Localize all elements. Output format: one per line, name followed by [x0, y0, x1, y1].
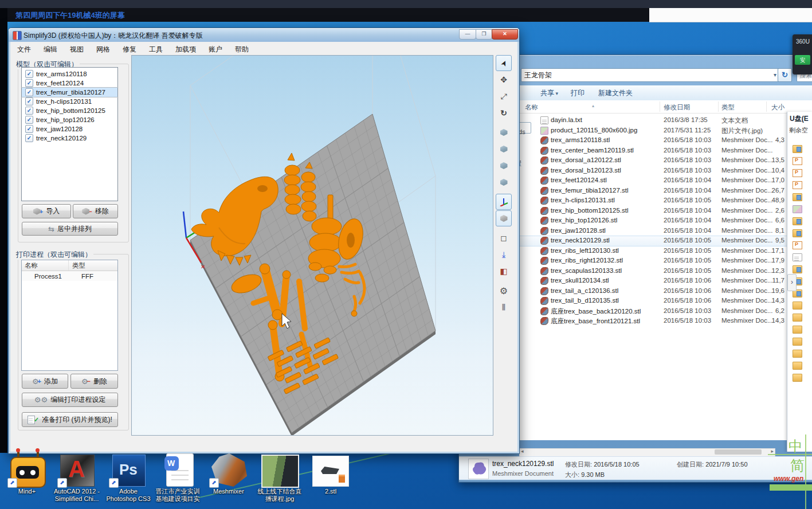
folder-open-icon[interactable]: [793, 265, 802, 273]
menu-工具[interactable]: 工具: [143, 45, 169, 54]
column-divider[interactable]: [766, 101, 767, 112]
file-row[interactable]: trex_femur_tibia120127.stl2016/5/18 10:0…: [519, 186, 788, 196]
desktop-icon-stl[interactable]: 2.stl: [305, 453, 356, 495]
file-row[interactable]: trex_skull120134.stl2016/5/18 10:06Meshm…: [519, 276, 788, 286]
place-on-surface-icon[interactable]: ⤓: [496, 246, 512, 263]
file-row[interactable]: 底座trex_base_front120121.stl2016/5/18 10:…: [519, 316, 788, 326]
checkbox-checked-icon[interactable]: ✓: [25, 79, 33, 87]
minimize-button[interactable]: —: [459, 29, 476, 40]
column-divider[interactable]: [660, 101, 660, 112]
menu-视图[interactable]: 视图: [64, 45, 90, 54]
model-list-item[interactable]: ✓trex_feet120124: [22, 79, 117, 88]
menu-账户[interactable]: 账户: [202, 45, 229, 54]
process-col-type[interactable]: 类型: [69, 261, 85, 270]
center-arrange-button[interactable]: ⇆ 居中并排列: [22, 222, 118, 236]
folder-icon[interactable]: [793, 362, 802, 370]
address-bar[interactable]: 王龙骨架: [521, 68, 779, 82]
model-list-item[interactable]: ✓trex_arms120118: [22, 69, 117, 79]
file-row[interactable]: trex_dorsal_a120122.stl2016/5/18 10:03Me…: [519, 156, 788, 166]
view-cube-right-icon[interactable]: [496, 174, 512, 190]
file-row[interactable]: trex_dorsal_b120123.stl2016/5/18 10:03Me…: [519, 166, 788, 176]
coordinate-axes-icon[interactable]: [496, 194, 512, 210]
prepare-print-button[interactable]: ✓ 准备打印 (切片并预览)!: [22, 412, 118, 427]
file-row[interactable]: trex_hip_top120126.stl2016/5/18 10:04Mes…: [519, 216, 788, 226]
popup-install-button[interactable]: 安: [795, 55, 810, 65]
ppt-file-icon[interactable]: [793, 181, 802, 189]
model-list-item[interactable]: ✓trex_neck120129: [22, 134, 117, 143]
folder-icon[interactable]: [793, 326, 802, 334]
file-row[interactable]: trex_center_beam120119.stl2016/5/18 10:0…: [519, 146, 788, 156]
image-file-icon-icon[interactable]: [793, 205, 802, 213]
folder-open-icon[interactable]: [793, 193, 802, 201]
checkbox-checked-icon[interactable]: ✓: [25, 70, 33, 78]
rotate-model-icon[interactable]: ↻: [496, 105, 512, 121]
model-list-item[interactable]: ✓trex_jaw120128: [22, 124, 117, 134]
close-button[interactable]: ✕: [492, 29, 518, 40]
column-name[interactable]: 名称: [525, 103, 538, 112]
file-row[interactable]: dayin.la.txt2016/3/8 17:35文本文档: [519, 116, 788, 126]
desktop-icon-autocad[interactable]: AutoCAD 2012 - Simplified Chi...: [52, 453, 102, 503]
checkbox-checked-icon[interactable]: ✓: [25, 116, 33, 124]
expand-panel-button[interactable]: ›: [787, 274, 797, 291]
ppt-file-icon[interactable]: [793, 157, 802, 165]
file-row[interactable]: trex_ribs_right120132.stl2016/5/18 10:05…: [519, 256, 788, 266]
menu-修复[interactable]: 修复: [116, 45, 143, 54]
model-list-item[interactable]: ✓trex_hip_bottom120125: [22, 106, 117, 115]
machine-settings-icon[interactable]: ⚙: [496, 283, 512, 299]
remove-button[interactable]: − 移除: [73, 204, 118, 218]
checkbox-checked-icon[interactable]: ✓: [25, 134, 33, 142]
scale-model-icon[interactable]: ⤢: [496, 88, 512, 104]
menu-帮助[interactable]: 帮助: [229, 45, 255, 54]
folder-open-icon[interactable]: [793, 217, 802, 225]
desktop-icon-meshmixer[interactable]: Meshmixer: [203, 453, 254, 495]
column-divider[interactable]: [718, 101, 719, 112]
checkbox-checked-icon[interactable]: ✓: [25, 107, 33, 115]
add-process-button[interactable]: ⚙+ 添加: [22, 374, 68, 389]
scrollbar-thumb[interactable]: [715, 449, 762, 455]
view-cube-left-icon[interactable]: [496, 158, 512, 174]
simplify3d-title-bar[interactable]: Simplify3D (授权给中国人)by：晓龙汉化翻译 吾爱破解专版: [9, 28, 519, 42]
file-row[interactable]: trex_jaw120128.stl2016/5/18 10:04Meshmix…: [519, 226, 788, 236]
column-type[interactable]: 类型: [721, 103, 735, 112]
horizontal-scrollbar[interactable]: [519, 448, 775, 457]
ppt-file-icon[interactable]: [793, 241, 802, 249]
file-row[interactable]: trex_neck120129.stl2016/5/18 10:05Meshmi…: [519, 236, 788, 246]
menu-文件[interactable]: 文件: [11, 45, 37, 54]
process-col-name[interactable]: 名称: [22, 260, 69, 271]
process-row[interactable]: Process1 FFF: [22, 271, 117, 281]
ppt-file-icon[interactable]: [793, 169, 802, 177]
file-row[interactable]: trex_tail_a_c120136.stl2016/5/18 10:06Me…: [519, 287, 788, 296]
text-file-icon-icon[interactable]: [793, 253, 802, 261]
edit-process-button[interactable]: ⚙⚙ 编辑打印进程设定: [22, 393, 118, 407]
menu-加载项[interactable]: 加载项: [169, 45, 202, 54]
file-row[interactable]: trex_hip_bottom120125.stl2016/5/18 10:04…: [519, 206, 788, 216]
move-model-icon[interactable]: ✥: [496, 72, 512, 88]
delete-process-button[interactable]: ⚙− 删除: [70, 374, 118, 389]
desktop-icon-photoshop[interactable]: Adobe Photoshop CS3: [103, 453, 154, 503]
print-button[interactable]: 打印: [571, 88, 585, 98]
file-row[interactable]: product_120115_800x600.jpg2017/5/31 11:2…: [519, 126, 788, 136]
file-row[interactable]: trex_arms120118.stl2016/5/18 10:03Meshmi…: [519, 136, 788, 146]
viewport-3d[interactable]: ✕: [131, 55, 493, 436]
select-cursor-icon[interactable]: ➤: [496, 55, 512, 71]
file-row[interactable]: 底座trex_base_back120120.stl2016/5/18 10:0…: [519, 307, 788, 316]
folder-open-icon[interactable]: [793, 145, 802, 153]
cross-section-icon[interactable]: ◧: [496, 263, 512, 279]
folder-icon[interactable]: [793, 338, 802, 346]
file-row[interactable]: trex_ribs_left120130.stl2016/5/18 10:05M…: [519, 246, 788, 256]
column-date[interactable]: 修改日期: [664, 103, 690, 112]
desktop-icon-word-doc[interactable]: 晋江市产业实训基地建设项目实施...: [152, 453, 203, 503]
support-structures-icon[interactable]: ⫴: [496, 299, 512, 315]
maximize-button[interactable]: ❐: [476, 29, 492, 40]
model-list-item[interactable]: ✓trex_hip_top120126: [22, 115, 117, 124]
file-row[interactable]: trex_scapulas120133.stl2016/5/18 10:05Me…: [519, 267, 788, 276]
file-row[interactable]: trex_tail_b_d120135.stl2016/5/18 10:06Me…: [519, 296, 788, 306]
checkbox-checked-icon[interactable]: ✓: [25, 88, 33, 96]
view-cube-back-icon[interactable]: [496, 141, 512, 157]
checkbox-checked-icon[interactable]: ✓: [25, 97, 33, 105]
wireframe-view-icon[interactable]: ◻: [496, 230, 512, 246]
folder-icon[interactable]: [793, 374, 802, 382]
file-row[interactable]: trex_feet120124.stl2016/5/18 10:04Meshmi…: [519, 176, 788, 186]
desktop-icon-mindplus[interactable]: Mind+: [2, 453, 52, 495]
refresh-icon[interactable]: [778, 68, 792, 82]
